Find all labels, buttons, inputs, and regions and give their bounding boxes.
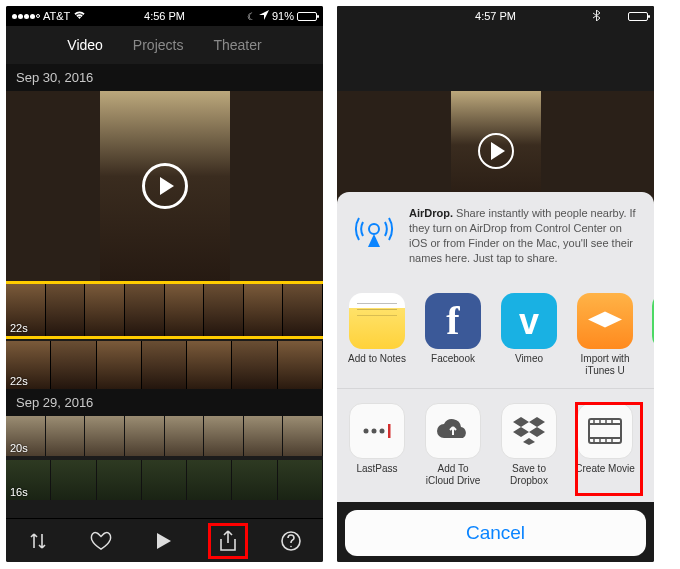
action-icloud[interactable]: Add To iCloud Drive [423,403,483,486]
airdrop-section[interactable]: AirDrop. Share instantly with people nea… [337,192,654,279]
tab-video[interactable]: Video [67,37,103,53]
share-app-notes[interactable]: Add to Notes [347,293,407,376]
carrier-label: AT&T [43,10,70,22]
clip-duration: 22s [10,322,28,334]
date-header: Sep 30, 2016 [6,64,323,91]
filmstrip[interactable]: 16s [6,460,323,500]
bottom-toolbar [6,518,323,562]
phone-right: AT&T 4:57 PM ☾ 91% Video Projects Theate… [337,6,654,562]
share-button[interactable] [208,523,248,559]
svg-point-4 [372,429,377,434]
play-button[interactable] [144,523,184,559]
bluetooth-icon [593,10,600,23]
battery-pct: 91% [272,10,294,22]
cancel-button[interactable]: Cancel [345,510,646,556]
notes-icon [349,293,405,349]
app-label: Facebook [431,353,475,365]
action-label: Add To iCloud Drive [423,463,483,486]
partial-icon [652,293,654,349]
clock: 4:56 PM [144,10,185,22]
filmstrip[interactable]: 20s [6,416,323,456]
svg-rect-6 [388,424,391,438]
icloud-icon [425,403,481,459]
svg-point-5 [380,429,385,434]
tab-projects[interactable]: Projects [133,37,184,53]
phone-left: AT&T 4:56 PM ☾ 91% Video Projects Theate… [6,6,323,562]
share-app-partial[interactable]: In [651,293,654,376]
video-preview[interactable] [6,91,323,281]
battery-icon [628,12,648,21]
help-button[interactable] [271,523,311,559]
battery-icon [297,12,317,21]
app-label: Vimeo [515,353,543,365]
airdrop-text: AirDrop. Share instantly with people nea… [409,206,640,265]
status-bar: AT&T 4:56 PM ☾ 91% [6,6,323,26]
favorite-button[interactable] [81,523,121,559]
airdrop-icon [351,206,397,252]
app-label: Add to Notes [348,353,406,365]
highlight-box [575,402,643,496]
share-app-row: Add to Notes f Facebook v Vimeo Import w… [337,279,654,388]
itunesu-icon [577,293,633,349]
date-header: Sep 29, 2016 [6,389,323,416]
dnd-icon: ☾ [247,11,256,22]
play-icon[interactable] [142,163,188,209]
action-label: LastPass [356,463,397,475]
action-dropbox[interactable]: Save to Dropbox [499,403,559,486]
facebook-icon: f [425,293,481,349]
app-label: Import with iTunes U [575,353,635,376]
location-icon [259,10,269,22]
filmstrip[interactable]: 22s [6,341,323,389]
tab-theater[interactable]: Theater [213,37,261,53]
svg-point-1 [290,545,292,547]
clock: 4:57 PM [475,10,516,22]
action-label: Save to Dropbox [499,463,559,486]
sort-button[interactable] [18,523,58,559]
clip-duration: 20s [10,442,28,454]
library-tabs: Video Projects Theater [6,26,323,64]
dropbox-icon [501,403,557,459]
action-lastpass[interactable]: LastPass [347,403,407,486]
clip-duration: 22s [10,375,28,387]
filmstrip-selected[interactable]: 22s [6,281,323,339]
lastpass-icon [349,403,405,459]
svg-point-2 [369,224,379,234]
airdrop-title: AirDrop. [409,207,453,219]
play-icon[interactable] [478,133,514,169]
share-app-itunesu[interactable]: Import with iTunes U [575,293,635,376]
clip-duration: 16s [10,486,28,498]
signal-icon [12,14,40,19]
share-app-facebook[interactable]: f Facebook [423,293,483,376]
share-app-vimeo[interactable]: v Vimeo [499,293,559,376]
wifi-icon [73,10,86,22]
svg-point-3 [364,429,369,434]
share-sheet: AirDrop. Share instantly with people nea… [337,192,654,562]
vimeo-icon: v [501,293,557,349]
